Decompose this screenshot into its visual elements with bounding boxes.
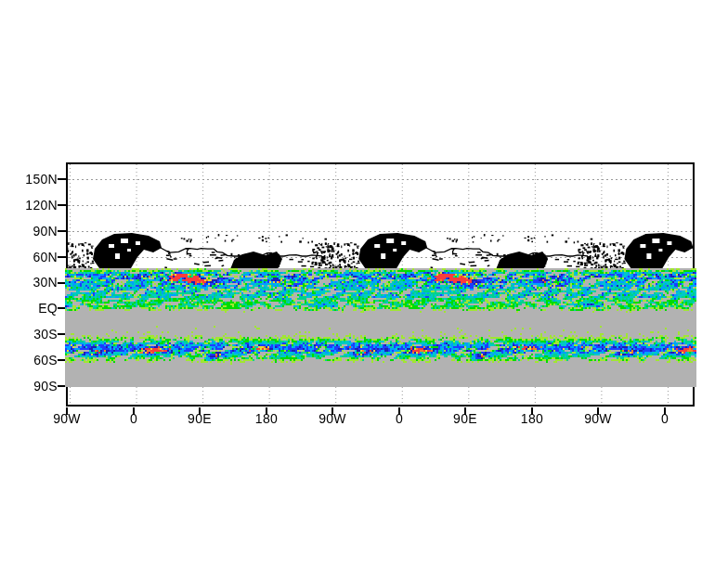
y-tick-label: 120N <box>0 198 58 213</box>
x-tick-label: 90W <box>39 411 95 426</box>
y-tick-label: 60N <box>0 250 58 265</box>
y-tick-label: 150N <box>0 172 58 187</box>
y-tick-label: 30S <box>0 327 58 342</box>
y-tick-label: 90N <box>0 224 58 239</box>
x-tick-label: 90E <box>437 411 493 426</box>
x-tick-label: 90W <box>570 411 626 426</box>
x-tick-label: 90E <box>172 411 228 426</box>
y-tick-label: 90S <box>0 379 58 394</box>
y-tick-label: 60S <box>0 353 58 368</box>
x-tick-label: 180 <box>504 411 560 426</box>
map-canvas <box>0 0 728 568</box>
y-tick-label: 30N <box>0 275 58 290</box>
x-tick-label: 90W <box>305 411 360 426</box>
x-tick-label: 0 <box>371 411 427 426</box>
x-tick-label: 0 <box>106 411 162 426</box>
y-tick-label: EQ <box>0 301 58 316</box>
x-tick-label: 180 <box>239 411 294 426</box>
plot-figure: 150N 120N 90N 60N 30N EQ 30S 60S 90S 90W… <box>0 0 728 568</box>
x-tick-label: 0 <box>637 411 693 426</box>
